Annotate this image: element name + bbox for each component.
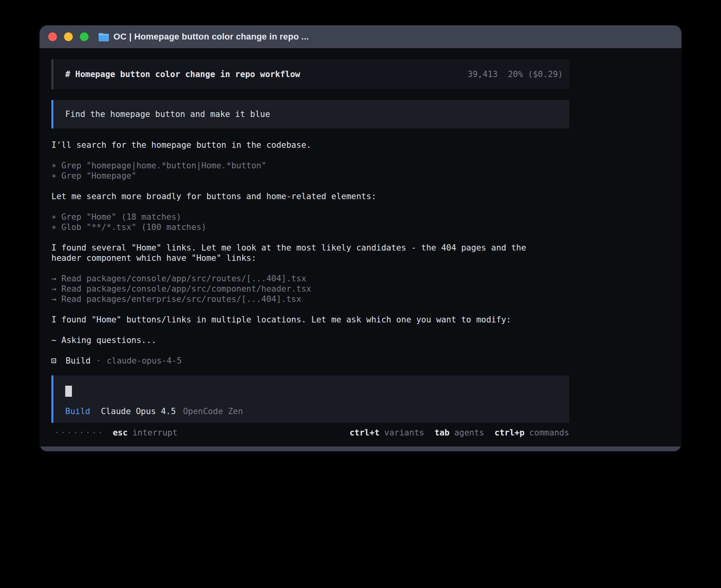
agent-status-row: Build · claude-opus-4-5 [51,356,569,366]
session-header: # Homepage button color change in repo w… [51,59,569,89]
status-bar: ········ esc interrupt ctrl+t variants t… [51,428,569,438]
assistant-text: Let me search more broadly for buttons a… [51,191,569,202]
shortcut-variants: ctrl+t variants [349,428,424,438]
user-message: Find the homepage button and make it blu… [51,100,569,128]
esc-label: interrupt [132,428,177,438]
titlebar[interactable]: OC | Homepage button color change in rep… [40,25,681,48]
folder-icon [98,32,109,41]
shortcut-label: agents [454,428,484,438]
mode-label: Build [65,406,90,416]
transcript-line: header component which have "Home" links… [51,253,569,263]
session-title: # Homepage button color change in repo w… [65,69,300,79]
tool-calls: ∗ Grep "homepage|home.*button|Home.*butt… [51,160,569,181]
tool-calls: ∗ Grep "Home" (18 matches) ∗ Glob "**/*.… [51,212,569,232]
esc-hint: esc interrupt [113,428,177,438]
shortcut-key: ctrl+t [349,428,379,438]
tool-calls: → Read packages/console/app/src/routes/[… [51,273,569,304]
agent-model: claude-opus-4-5 [107,356,182,366]
agent-name: Build [66,356,91,366]
terminal-content: # Homepage button color change in repo w… [40,48,681,447]
shortcut-commands: ctrl+p commands [495,428,569,438]
text-cursor [65,386,72,397]
traffic-lights [48,32,89,41]
transcript-line: Let me search more broadly for buttons a… [51,191,569,202]
context-usage: 20% ($0.29) [508,69,563,79]
minimize-button[interactable] [64,32,73,41]
token-count: 39,413 [468,69,498,79]
transcript-line: I found "Home" buttons/links in multiple… [51,315,569,325]
assistant-text: I'll search for the homepage button in t… [51,140,569,150]
prompt-input[interactable]: Build Claude Opus 4.5 OpenCode Zen [51,375,569,423]
tool-call-read: → Read packages/console/app/src/componen… [51,284,569,294]
transcript-line: I found several "Home" links. Let me loo… [51,243,569,253]
tool-call-grep: ∗ Grep "Homepage" [51,171,569,181]
shortcut-agents: tab agents [434,428,484,438]
close-button[interactable] [48,32,57,41]
tool-call-grep: ∗ Grep "homepage|home.*button|Home.*butt… [51,160,569,171]
spinner-dots-icon: ········ [55,428,104,438]
tool-call-read: → Read packages/console/app/src/routes/[… [51,273,569,284]
window-title: OC | Homepage button color change in rep… [113,32,309,42]
transcript-line: I'll search for the homepage button in t… [51,140,569,150]
agent-icon [51,358,56,363]
agent-separator: · [96,356,101,366]
transcript-line: ~ Asking questions... [51,335,569,345]
shortcut-key: ctrl+p [495,428,525,438]
shortcut-key: tab [434,428,449,438]
esc-key: esc [113,428,128,438]
input-meta: Build Claude Opus 4.5 OpenCode Zen [65,406,563,416]
tool-call-read: → Read packages/enterprise/src/routes/[.… [51,294,569,304]
assistant-text: I found several "Home" links. Let me loo… [51,243,569,263]
model-label: Claude Opus 4.5 [101,406,176,416]
session-stats: 39,413 20% ($0.29) [468,69,563,79]
provider-label: OpenCode Zen [183,406,243,416]
user-message-text: Find the homepage button and make it blu… [65,109,270,119]
tool-call-glob: ∗ Glob "**/*.tsx" (100 matches) [51,222,569,232]
asking-questions-status: ~ Asking questions... [51,335,569,345]
assistant-transcript: I'll search for the homepage button in t… [51,140,569,366]
assistant-text: I found "Home" buttons/links in multiple… [51,315,569,325]
terminal-window: OC | Homepage button color change in rep… [40,25,681,451]
shortcut-label: commands [529,428,569,438]
shortcut-label: variants [384,428,424,438]
tool-call-grep: ∗ Grep "Home" (18 matches) [51,212,569,222]
zoom-button[interactable] [80,32,89,41]
